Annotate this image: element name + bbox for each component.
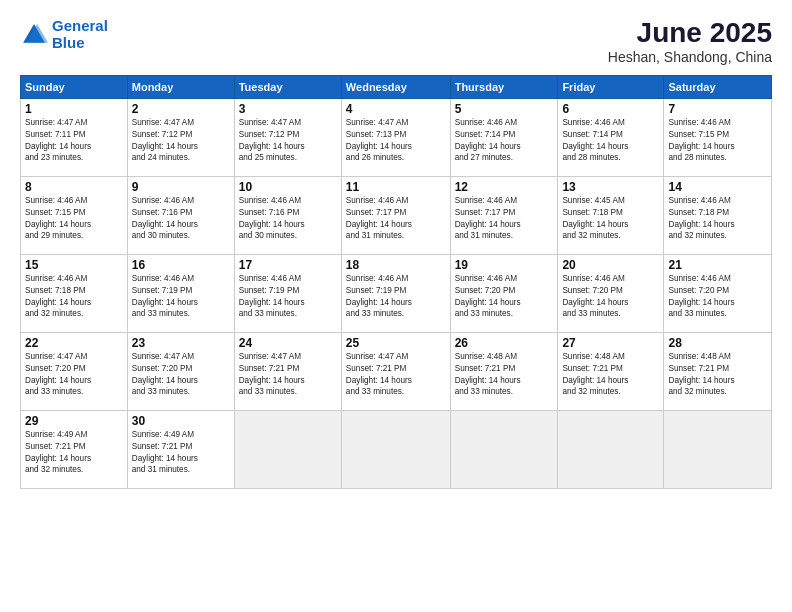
day-cell: 24Sunrise: 4:47 AM Sunset: 7:21 PM Dayli… [234,332,341,410]
day-cell: 8Sunrise: 4:46 AM Sunset: 7:15 PM Daylig… [21,176,128,254]
day-cell [664,410,772,488]
day-cell: 17Sunrise: 4:46 AM Sunset: 7:19 PM Dayli… [234,254,341,332]
day-info: Sunrise: 4:46 AM Sunset: 7:15 PM Dayligh… [668,117,767,165]
week-row-4: 22Sunrise: 4:47 AM Sunset: 7:20 PM Dayli… [21,332,772,410]
day-cell [234,410,341,488]
day-cell: 7Sunrise: 4:46 AM Sunset: 7:15 PM Daylig… [664,98,772,176]
weekday-friday: Friday [558,75,664,98]
day-number: 23 [132,336,230,350]
day-info: Sunrise: 4:47 AM Sunset: 7:21 PM Dayligh… [239,351,337,399]
main-title: June 2025 [608,18,772,49]
weekday-saturday: Saturday [664,75,772,98]
day-cell: 22Sunrise: 4:47 AM Sunset: 7:20 PM Dayli… [21,332,128,410]
day-number: 30 [132,414,230,428]
day-info: Sunrise: 4:49 AM Sunset: 7:21 PM Dayligh… [132,429,230,477]
day-cell: 4Sunrise: 4:47 AM Sunset: 7:13 PM Daylig… [341,98,450,176]
day-number: 10 [239,180,337,194]
day-cell: 12Sunrise: 4:46 AM Sunset: 7:17 PM Dayli… [450,176,558,254]
week-row-2: 8Sunrise: 4:46 AM Sunset: 7:15 PM Daylig… [21,176,772,254]
day-cell: 28Sunrise: 4:48 AM Sunset: 7:21 PM Dayli… [664,332,772,410]
day-number: 7 [668,102,767,116]
logo-text: General Blue [52,18,108,51]
day-number: 15 [25,258,123,272]
title-block: June 2025 Heshan, Shandong, China [608,18,772,65]
day-number: 17 [239,258,337,272]
day-cell: 18Sunrise: 4:46 AM Sunset: 7:19 PM Dayli… [341,254,450,332]
day-info: Sunrise: 4:47 AM Sunset: 7:12 PM Dayligh… [132,117,230,165]
day-cell: 3Sunrise: 4:47 AM Sunset: 7:12 PM Daylig… [234,98,341,176]
day-info: Sunrise: 4:46 AM Sunset: 7:14 PM Dayligh… [455,117,554,165]
day-info: Sunrise: 4:48 AM Sunset: 7:21 PM Dayligh… [668,351,767,399]
day-number: 8 [25,180,123,194]
day-info: Sunrise: 4:46 AM Sunset: 7:19 PM Dayligh… [132,273,230,321]
day-cell: 11Sunrise: 4:46 AM Sunset: 7:17 PM Dayli… [341,176,450,254]
weekday-tuesday: Tuesday [234,75,341,98]
week-row-1: 1Sunrise: 4:47 AM Sunset: 7:11 PM Daylig… [21,98,772,176]
day-number: 28 [668,336,767,350]
day-number: 11 [346,180,446,194]
day-cell: 9Sunrise: 4:46 AM Sunset: 7:16 PM Daylig… [127,176,234,254]
day-cell: 25Sunrise: 4:47 AM Sunset: 7:21 PM Dayli… [341,332,450,410]
day-cell [450,410,558,488]
day-cell: 1Sunrise: 4:47 AM Sunset: 7:11 PM Daylig… [21,98,128,176]
day-info: Sunrise: 4:46 AM Sunset: 7:14 PM Dayligh… [562,117,659,165]
day-cell: 27Sunrise: 4:48 AM Sunset: 7:21 PM Dayli… [558,332,664,410]
day-number: 29 [25,414,123,428]
day-number: 4 [346,102,446,116]
day-info: Sunrise: 4:46 AM Sunset: 7:19 PM Dayligh… [239,273,337,321]
day-info: Sunrise: 4:47 AM Sunset: 7:21 PM Dayligh… [346,351,446,399]
day-info: Sunrise: 4:46 AM Sunset: 7:18 PM Dayligh… [668,195,767,243]
day-number: 22 [25,336,123,350]
day-info: Sunrise: 4:49 AM Sunset: 7:21 PM Dayligh… [25,429,123,477]
calendar-page: General Blue June 2025 Heshan, Shandong,… [0,0,792,612]
day-info: Sunrise: 4:46 AM Sunset: 7:17 PM Dayligh… [455,195,554,243]
calendar-table: SundayMondayTuesdayWednesdayThursdayFrid… [20,75,772,489]
weekday-wednesday: Wednesday [341,75,450,98]
week-row-3: 15Sunrise: 4:46 AM Sunset: 7:18 PM Dayli… [21,254,772,332]
week-row-5: 29Sunrise: 4:49 AM Sunset: 7:21 PM Dayli… [21,410,772,488]
day-number: 18 [346,258,446,272]
day-info: Sunrise: 4:47 AM Sunset: 7:11 PM Dayligh… [25,117,123,165]
day-info: Sunrise: 4:46 AM Sunset: 7:16 PM Dayligh… [239,195,337,243]
day-cell: 20Sunrise: 4:46 AM Sunset: 7:20 PM Dayli… [558,254,664,332]
weekday-header: SundayMondayTuesdayWednesdayThursdayFrid… [21,75,772,98]
sub-title: Heshan, Shandong, China [608,49,772,65]
day-number: 27 [562,336,659,350]
day-cell: 19Sunrise: 4:46 AM Sunset: 7:20 PM Dayli… [450,254,558,332]
day-number: 26 [455,336,554,350]
day-number: 19 [455,258,554,272]
day-cell: 13Sunrise: 4:45 AM Sunset: 7:18 PM Dayli… [558,176,664,254]
header: General Blue June 2025 Heshan, Shandong,… [20,18,772,65]
day-number: 13 [562,180,659,194]
day-info: Sunrise: 4:48 AM Sunset: 7:21 PM Dayligh… [562,351,659,399]
weekday-thursday: Thursday [450,75,558,98]
day-number: 16 [132,258,230,272]
day-cell: 21Sunrise: 4:46 AM Sunset: 7:20 PM Dayli… [664,254,772,332]
day-info: Sunrise: 4:46 AM Sunset: 7:18 PM Dayligh… [25,273,123,321]
day-info: Sunrise: 4:47 AM Sunset: 7:20 PM Dayligh… [132,351,230,399]
day-cell: 5Sunrise: 4:46 AM Sunset: 7:14 PM Daylig… [450,98,558,176]
day-info: Sunrise: 4:47 AM Sunset: 7:12 PM Dayligh… [239,117,337,165]
day-info: Sunrise: 4:46 AM Sunset: 7:17 PM Dayligh… [346,195,446,243]
day-info: Sunrise: 4:46 AM Sunset: 7:20 PM Dayligh… [562,273,659,321]
day-number: 5 [455,102,554,116]
calendar-body: 1Sunrise: 4:47 AM Sunset: 7:11 PM Daylig… [21,98,772,488]
day-info: Sunrise: 4:46 AM Sunset: 7:15 PM Dayligh… [25,195,123,243]
day-cell: 14Sunrise: 4:46 AM Sunset: 7:18 PM Dayli… [664,176,772,254]
day-number: 14 [668,180,767,194]
logo-icon [20,21,48,49]
day-cell: 6Sunrise: 4:46 AM Sunset: 7:14 PM Daylig… [558,98,664,176]
weekday-sunday: Sunday [21,75,128,98]
day-cell: 2Sunrise: 4:47 AM Sunset: 7:12 PM Daylig… [127,98,234,176]
day-info: Sunrise: 4:46 AM Sunset: 7:20 PM Dayligh… [455,273,554,321]
day-number: 6 [562,102,659,116]
day-info: Sunrise: 4:47 AM Sunset: 7:13 PM Dayligh… [346,117,446,165]
day-info: Sunrise: 4:46 AM Sunset: 7:16 PM Dayligh… [132,195,230,243]
day-info: Sunrise: 4:47 AM Sunset: 7:20 PM Dayligh… [25,351,123,399]
day-info: Sunrise: 4:46 AM Sunset: 7:20 PM Dayligh… [668,273,767,321]
day-cell: 26Sunrise: 4:48 AM Sunset: 7:21 PM Dayli… [450,332,558,410]
logo: General Blue [20,18,108,51]
day-cell [558,410,664,488]
day-number: 12 [455,180,554,194]
day-cell [341,410,450,488]
